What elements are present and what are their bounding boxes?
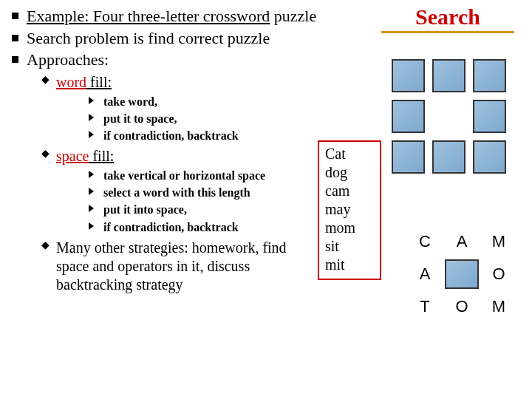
- step: if contradiction, backtrack: [56, 127, 321, 144]
- text: Search problem is find correct puzzle: [27, 29, 270, 47]
- word: mit: [325, 256, 374, 274]
- grid-cell: [392, 140, 425, 174]
- content: Example: Four three-letter crossword puz…: [10, 6, 321, 294]
- approach-spacefill: space fill: take vertical or horizontal …: [27, 147, 321, 236]
- empty-grid: [392, 59, 510, 177]
- text: fill:: [86, 74, 112, 90]
- text: put it into space,: [103, 203, 187, 216]
- page-title: Search: [381, 4, 514, 33]
- text: if contradiction, backtrack: [103, 129, 239, 142]
- cw-cell: M: [480, 290, 517, 323]
- text: Example: Four three-letter: [27, 7, 203, 25]
- bullet-list: Example: Four three-letter crossword puz…: [10, 6, 321, 294]
- term-space: space: [56, 148, 89, 164]
- text: put it to space,: [103, 112, 177, 125]
- grid-cell: [473, 100, 506, 133]
- approach-wordfill: word fill: take word, put it to space, i…: [27, 73, 321, 145]
- grid-cell: [473, 140, 506, 174]
- grid-cell: [432, 59, 466, 92]
- grid-cell: [392, 59, 425, 92]
- step: take word,: [56, 93, 321, 110]
- cw-cell: O: [443, 290, 480, 323]
- text: take word,: [103, 95, 157, 108]
- word: mom: [325, 219, 374, 237]
- bullet-example: Example: Four three-letter crossword puz…: [10, 6, 321, 27]
- letter: A: [457, 232, 468, 251]
- cw-cell: M: [480, 225, 517, 258]
- text: crossword: [203, 7, 270, 25]
- approach-list: word fill: take word, put it to space, i…: [27, 73, 321, 294]
- text: if contradiction, backtrack: [103, 221, 239, 233]
- step: put it into space,: [56, 201, 321, 218]
- letter: O: [492, 265, 505, 284]
- slide: Search Example: Four three-letter crossw…: [0, 0, 532, 399]
- text: fill:: [89, 148, 114, 164]
- spacefill-steps: take vertical or horizontal space select…: [56, 167, 321, 236]
- text: puzzle: [270, 7, 316, 25]
- letter: O: [455, 297, 468, 316]
- letter: M: [492, 232, 505, 251]
- word: cam: [325, 182, 374, 200]
- word-list-box: Cat dog cam may mom sit mit: [318, 140, 381, 280]
- cw-cell: A: [406, 258, 443, 290]
- letter: T: [420, 297, 429, 316]
- word: dog: [325, 163, 374, 182]
- grid-cell: [392, 100, 425, 133]
- cw-cell: A: [443, 225, 480, 258]
- step: select a word with this length: [56, 184, 321, 201]
- bullet-approaches: Approaches: word fill: take word, put it…: [10, 50, 321, 294]
- step: if contradiction, backtrack: [56, 219, 321, 236]
- word: Cat: [325, 145, 374, 163]
- word: may: [325, 200, 374, 219]
- term-word: word: [56, 74, 86, 90]
- bullet-problem: Search problem is find correct puzzle: [10, 28, 321, 49]
- step: put it to space,: [56, 110, 321, 127]
- text: Approaches:: [27, 50, 109, 69]
- cw-blank: [445, 259, 479, 289]
- grid-cell: [432, 140, 466, 174]
- letter: M: [492, 297, 505, 316]
- cw-cell: O: [480, 258, 517, 290]
- grid-cell: [473, 59, 506, 92]
- letter: A: [420, 265, 431, 284]
- text: take vertical or horizontal space: [103, 169, 265, 182]
- word: sit: [325, 237, 374, 256]
- approach-other: Many other strategies: homework, find sp…: [27, 239, 321, 294]
- text: select a word with this length: [103, 186, 250, 199]
- step: take vertical or horizontal space: [56, 167, 321, 184]
- letter: C: [419, 232, 431, 251]
- crossword-grid: C A M A O T O M: [406, 225, 517, 323]
- cw-cell: T: [406, 290, 443, 323]
- text: Many other strategies: homework, find sp…: [56, 239, 287, 293]
- cw-cell: C: [406, 225, 443, 258]
- wordfill-steps: take word, put it to space, if contradic…: [56, 93, 321, 145]
